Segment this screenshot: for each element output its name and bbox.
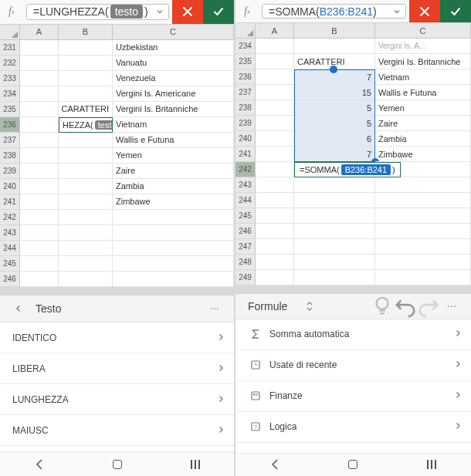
- select-all-corner[interactable]: [0, 25, 20, 40]
- cell[interactable]: [20, 40, 59, 56]
- cell[interactable]: Uzbekistan: [113, 40, 234, 56]
- nav-home-icon[interactable]: [337, 460, 368, 469]
- row-header[interactable]: 243: [0, 225, 20, 241]
- cell[interactable]: HEZZA(testo: [59, 117, 113, 133]
- cell[interactable]: Zimbawe: [375, 147, 471, 162]
- cell[interactable]: [59, 241, 113, 256]
- cell[interactable]: [401, 162, 471, 177]
- cell[interactable]: [256, 208, 294, 224]
- category-item[interactable]: Somma automatica: [235, 319, 471, 350]
- expand-icon[interactable]: [298, 301, 321, 312]
- cell[interactable]: [256, 270, 294, 285]
- cell[interactable]: Vanuatu: [113, 56, 234, 71]
- cell[interactable]: [375, 208, 471, 224]
- row-header[interactable]: 238: [235, 100, 256, 116]
- confirm-button[interactable]: [440, 0, 471, 22]
- nav-recents-icon[interactable]: [416, 460, 447, 469]
- cell[interactable]: Vietnam: [113, 117, 234, 133]
- cell[interactable]: 5: [294, 100, 375, 116]
- cell[interactable]: [294, 255, 375, 270]
- col-header-c[interactable]: C: [375, 23, 471, 39]
- cell[interactable]: [59, 164, 113, 179]
- row-header[interactable]: 244: [0, 241, 20, 256]
- cell[interactable]: Vergini Is. Britanniche: [113, 102, 234, 117]
- cell[interactable]: Vietnam: [375, 69, 471, 85]
- cell[interactable]: [113, 225, 234, 241]
- row-header[interactable]: 238: [0, 148, 20, 164]
- cell[interactable]: [256, 162, 294, 177]
- more-icon[interactable]: ⋯: [440, 301, 463, 312]
- cell[interactable]: [20, 256, 59, 272]
- confirm-button[interactable]: [203, 0, 234, 24]
- cell[interactable]: [20, 179, 59, 194]
- cell[interactable]: [59, 272, 113, 287]
- undo-icon[interactable]: [394, 295, 417, 318]
- cell[interactable]: [59, 86, 113, 102]
- cell[interactable]: [375, 193, 471, 208]
- cell[interactable]: [59, 179, 113, 194]
- col-header-c[interactable]: C: [113, 25, 234, 40]
- cell[interactable]: [256, 69, 294, 85]
- cell[interactable]: 15: [294, 85, 375, 100]
- spreadsheet-grid[interactable]: A B C 231Uzbekistan232Vanuatu233Venezuel…: [0, 25, 234, 287]
- cell[interactable]: [294, 270, 375, 285]
- more-icon[interactable]: ⋯: [203, 303, 226, 314]
- row-header[interactable]: 239: [0, 164, 20, 179]
- cell[interactable]: [294, 39, 375, 54]
- cell[interactable]: 7: [294, 147, 375, 162]
- cell[interactable]: [256, 193, 294, 208]
- formula-input[interactable]: =SOMMA( B236:B241 ): [262, 4, 406, 19]
- cell[interactable]: [59, 256, 113, 272]
- cell[interactable]: [375, 177, 471, 193]
- cell[interactable]: [294, 177, 375, 193]
- row-header[interactable]: 234: [0, 86, 20, 102]
- cell[interactable]: [20, 117, 59, 133]
- cell[interactable]: [59, 148, 113, 164]
- row-header[interactable]: 237: [0, 133, 20, 148]
- cell[interactable]: [20, 71, 59, 86]
- cell[interactable]: [256, 54, 294, 69]
- col-header-b[interactable]: B: [59, 25, 113, 40]
- row-header[interactable]: 242: [0, 210, 20, 225]
- cell[interactable]: [113, 241, 234, 256]
- function-item[interactable]: MAIUSC: [0, 415, 234, 446]
- cell[interactable]: [294, 239, 375, 255]
- back-button[interactable]: [8, 305, 29, 312]
- row-header[interactable]: 240: [0, 179, 20, 194]
- nav-back-icon[interactable]: [259, 458, 290, 471]
- row-header[interactable]: 242: [235, 162, 256, 177]
- category-item[interactable]: Usate di recente: [235, 350, 471, 381]
- cell[interactable]: CARATTERI: [59, 102, 113, 117]
- row-header[interactable]: 247: [235, 239, 256, 255]
- col-header-a[interactable]: A: [20, 25, 59, 40]
- redo-icon[interactable]: [417, 295, 440, 318]
- col-header-a[interactable]: A: [256, 23, 294, 39]
- cell[interactable]: [20, 148, 59, 164]
- row-header[interactable]: 246: [235, 224, 256, 239]
- cell[interactable]: [59, 210, 113, 225]
- chevron-down-icon[interactable]: [156, 5, 164, 18]
- cell[interactable]: [20, 164, 59, 179]
- cell[interactable]: [20, 86, 59, 102]
- cell[interactable]: [113, 272, 234, 287]
- row-header[interactable]: 231: [0, 40, 20, 56]
- cell[interactable]: [59, 71, 113, 86]
- nav-home-icon[interactable]: [102, 460, 133, 469]
- function-item[interactable]: IDENTICO: [0, 322, 234, 353]
- select-all-corner[interactable]: [235, 23, 256, 39]
- function-item[interactable]: LIBERA: [0, 353, 234, 384]
- row-header[interactable]: 245: [0, 256, 20, 272]
- cancel-button[interactable]: [409, 0, 440, 22]
- row-header[interactable]: 232: [0, 56, 20, 71]
- cell[interactable]: Vergini Is. Americane: [113, 86, 234, 102]
- row-header[interactable]: 235: [0, 102, 20, 117]
- cell[interactable]: [59, 40, 113, 56]
- chevron-down-icon[interactable]: [393, 5, 401, 18]
- cell[interactable]: Zambia: [113, 179, 234, 194]
- cell[interactable]: Zaire: [113, 164, 234, 179]
- cell[interactable]: [256, 239, 294, 255]
- cell[interactable]: [20, 210, 59, 225]
- row-header[interactable]: 236: [0, 117, 20, 133]
- cell[interactable]: [256, 255, 294, 270]
- category-item[interactable]: ATesto: [235, 443, 471, 453]
